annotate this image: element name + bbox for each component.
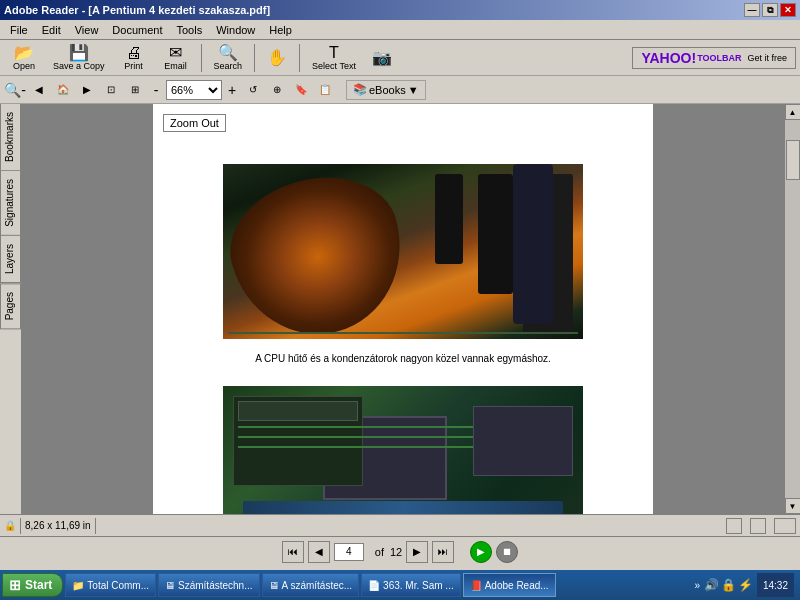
save-copy-button[interactable]: 💾 Save a Copy [46, 42, 112, 74]
last-page-button[interactable]: ⏭ [432, 541, 454, 563]
pdf-viewer: Zoom Out A CPU hűtő és a kondenzátorok n… [22, 104, 800, 514]
signatures-tab[interactable]: Signatures [0, 171, 21, 236]
search-label: Search [214, 61, 243, 71]
select-text-label: Select Text [312, 61, 356, 71]
print-label: Print [124, 61, 143, 71]
taskbar-icon-3: 📄 [368, 580, 380, 591]
hand-tool-button[interactable]: ✋ [260, 47, 294, 69]
yahoo-tagline: Get it free [747, 53, 787, 63]
restore-button[interactable]: ⧉ [762, 3, 778, 17]
taskbar-icon-4: 📕 [470, 580, 482, 591]
zoom-decrease-btn[interactable]: - [148, 79, 164, 101]
scroll-track[interactable] [785, 120, 801, 498]
pages-tab[interactable]: Pages [0, 283, 21, 329]
pdf-image-1 [223, 164, 583, 339]
save-label: Save a Copy [53, 61, 105, 71]
tray-icon-1: 🔊 [704, 578, 719, 592]
view-single-btn[interactable] [726, 518, 742, 534]
current-page-input[interactable] [334, 543, 364, 561]
close-button[interactable]: ✕ [780, 3, 796, 17]
nav-back-btn[interactable]: ◀ [28, 79, 50, 101]
tray-icon-2: 🔒 [721, 578, 736, 592]
email-button[interactable]: ✉ Email [156, 42, 196, 74]
pdf-image-2: ASUS [223, 386, 583, 514]
status-separator-2 [95, 518, 96, 534]
title-text: Adobe Reader - [A Pentium 4 kezdeti szak… [4, 4, 270, 16]
toolbar-separator-1 [201, 44, 202, 72]
scroll-down-button[interactable]: ▼ [785, 498, 801, 514]
zoom-out-btn[interactable]: 🔍- [4, 79, 26, 101]
layers-tab[interactable]: Layers [0, 236, 21, 283]
nav-fwd-btn[interactable]: ▶ [76, 79, 98, 101]
minimize-button[interactable]: — [744, 3, 760, 17]
total-pages: 12 [390, 546, 402, 558]
prev-page-button[interactable]: ◀ [308, 541, 330, 563]
fit-width-btn[interactable]: ⊞ [124, 79, 146, 101]
start-button[interactable]: ⊞ Start [2, 573, 63, 597]
taskbar-label-4: Adobe Read... [485, 580, 549, 591]
menu-document[interactable]: Document [106, 22, 168, 38]
vertical-scrollbar: ▲ ▼ [784, 104, 800, 514]
taskbar-right: » 🔊 🔒 ⚡ 14:32 [694, 573, 798, 597]
overflow-button[interactable]: » [694, 580, 700, 591]
view-facing-btn[interactable] [750, 518, 766, 534]
menu-tools[interactable]: Tools [171, 22, 209, 38]
stop-button[interactable]: ⏹ [496, 541, 518, 563]
yahoo-logo: YAHOO! [641, 50, 696, 66]
taskbar-item-0[interactable]: 📁 Total Comm... [65, 573, 156, 597]
menu-edit[interactable]: Edit [36, 22, 67, 38]
taskbar-item-1[interactable]: 🖥 Számítástechn... [158, 573, 259, 597]
windows-logo: ⊞ [9, 577, 21, 593]
snapshot-button[interactable]: 📷 [365, 47, 399, 69]
ebooks-button[interactable]: 📚 eBooks ▼ [346, 80, 426, 100]
zoom-select[interactable]: 66% 50% 75% 100% 125% 150% [166, 80, 222, 100]
bookmark-btn[interactable]: 🔖 [290, 79, 312, 101]
window-title: Adobe Reader - [A Pentium 4 kezdeti szak… [4, 4, 270, 16]
main-area: Bookmarks Signatures Layers Pages Zoom O… [0, 104, 800, 514]
status-right [100, 518, 796, 534]
menu-help[interactable]: Help [263, 22, 298, 38]
view-cont-btn[interactable] [774, 518, 796, 534]
clock: 14:32 [757, 573, 794, 597]
menu-bar: File Edit View Document Tools Window Hel… [0, 20, 800, 40]
yahoo-toolbar-label: TOOLBAR [697, 53, 741, 63]
pan-btn[interactable]: ⊕ [266, 79, 288, 101]
open-icon: 📂 [14, 45, 34, 61]
taskbar-item-2[interactable]: 🖥 A számítástec... [262, 573, 360, 597]
search-button[interactable]: 🔍 Search [207, 42, 250, 74]
taskbar-item-4[interactable]: 📕 Adobe Read... [463, 573, 556, 597]
text-cursor-icon: T [329, 45, 339, 61]
scroll-thumb[interactable] [786, 140, 800, 180]
taskbar-icon-0: 📁 [72, 580, 84, 591]
copy-btn[interactable]: 📋 [314, 79, 336, 101]
menu-file[interactable]: File [4, 22, 34, 38]
title-bar: Adobe Reader - [A Pentium 4 kezdeti szak… [0, 0, 800, 20]
menu-view[interactable]: View [69, 22, 105, 38]
rotate-btn[interactable]: ↺ [242, 79, 264, 101]
side-panel: Bookmarks Signatures Layers Pages [0, 104, 22, 514]
bookmarks-tab[interactable]: Bookmarks [0, 104, 21, 171]
zoom-out-label[interactable]: Zoom Out [163, 114, 226, 132]
ebooks-dropdown-icon: ▼ [408, 84, 419, 96]
next-page-button[interactable]: ▶ [406, 541, 428, 563]
first-page-button[interactable]: ⏮ [282, 541, 304, 563]
window-controls: — ⧉ ✕ [744, 3, 796, 17]
print-icon: 🖨 [126, 45, 142, 61]
scroll-up-button[interactable]: ▲ [785, 104, 801, 120]
taskbar-label-1: Számítástechn... [178, 580, 252, 591]
status-bar: 🔒 8,26 x 11,69 in [0, 514, 800, 536]
taskbar-item-3[interactable]: 📄 363. Mr. Sam ... [361, 573, 461, 597]
play-button[interactable]: ▶ [470, 541, 492, 563]
fit-page-btn[interactable]: ⊡ [100, 79, 122, 101]
yahoo-toolbar: YAHOO! TOOLBAR Get it free [632, 47, 796, 69]
select-text-button[interactable]: T Select Text [305, 42, 363, 74]
print-button[interactable]: 🖨 Print [114, 42, 154, 74]
nav-home-btn[interactable]: 🏠 [52, 79, 74, 101]
zoom-increase-btn[interactable]: + [224, 79, 240, 101]
system-tray: 🔊 🔒 ⚡ [704, 578, 753, 592]
open-button[interactable]: 📂 Open [4, 42, 44, 74]
page-dimensions: 8,26 x 11,69 in [25, 520, 91, 531]
taskbar-label-2: A számítástec... [282, 580, 353, 591]
pdf-content: A CPU hűtő és a kondenzátorok nagyon köz… [193, 124, 613, 514]
menu-window[interactable]: Window [210, 22, 261, 38]
